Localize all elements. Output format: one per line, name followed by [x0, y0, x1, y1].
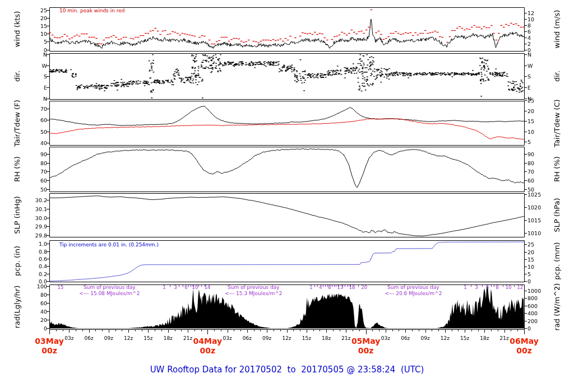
meteogram-figure: UW Rooftop Data for 20170502 to 20170505… [0, 0, 574, 392]
chart-canvas [0, 0, 574, 392]
